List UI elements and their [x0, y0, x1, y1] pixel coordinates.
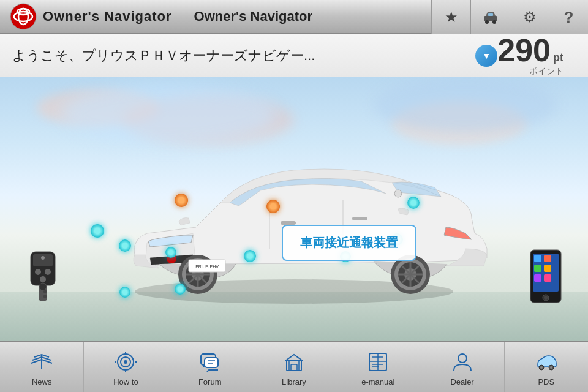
help-button[interactable]: ? [549, 0, 588, 34]
car-dot-wheel-left[interactable] [91, 224, 104, 238]
svg-rect-49 [544, 274, 551, 282]
app-title: Owner's Navigator [182, 9, 431, 24]
emanual-label: e-manual [361, 377, 394, 386]
svg-rect-64 [291, 364, 297, 371]
svg-point-36 [40, 276, 46, 282]
dealer-label: Dealer [450, 377, 473, 386]
welcome-dropdown-button[interactable] [475, 45, 497, 67]
points-label: ポイント [529, 66, 564, 77]
points-area: 290 pt ポイント [497, 34, 576, 77]
smartphone-svg [528, 249, 564, 304]
logo-area: Owner's Navigator [0, 3, 182, 30]
forum-label: Forum [198, 377, 222, 386]
svg-point-7 [492, 20, 496, 24]
settings-button[interactable]: ⚙ [510, 0, 549, 34]
svg-point-6 [485, 20, 489, 24]
svg-point-73 [458, 354, 467, 363]
svg-rect-40 [43, 295, 47, 298]
smartphone[interactable] [528, 249, 564, 304]
svg-point-41 [39, 283, 47, 290]
car-dot-front-wheel[interactable] [119, 287, 130, 298]
car-dot-front-bumper[interactable] [175, 284, 186, 295]
dealer-icon [451, 352, 473, 375]
car-dot-center[interactable] [244, 250, 256, 262]
tooltip-text: 車両接近通報装置 [300, 236, 398, 249]
car-dot-roof[interactable] [407, 197, 420, 209]
points-value: 290 [497, 34, 551, 66]
key-fob[interactable] [24, 249, 61, 304]
cloud-5 [374, 77, 557, 132]
emanual-icon [367, 352, 389, 375]
favorites-button[interactable]: ★ [431, 0, 470, 34]
svg-text:PRIUS PHV: PRIUS PHV [195, 265, 219, 269]
svg-point-37 [41, 256, 45, 260]
nav-item-dealer[interactable]: Dealer [420, 342, 504, 392]
car-dot-front-left[interactable] [165, 247, 176, 258]
svg-point-54 [124, 360, 127, 364]
car-image: PRIUS PHV [98, 126, 490, 310]
toyota-text: Owner's Navigator [43, 9, 172, 24]
points-unit: pt [553, 51, 564, 64]
nav-item-news[interactable]: News [0, 342, 84, 392]
news-icon [31, 352, 53, 375]
svg-rect-45 [544, 255, 551, 262]
svg-point-34 [35, 269, 41, 275]
svg-rect-8 [488, 13, 493, 16]
library-icon [283, 352, 305, 375]
svg-rect-44 [534, 255, 541, 262]
library-label: Library [282, 377, 306, 386]
key-fob-svg [24, 249, 61, 304]
howto-icon [115, 352, 137, 375]
svg-rect-39 [43, 290, 47, 293]
car-svg: PRIUS PHV [98, 126, 490, 310]
svg-point-77 [550, 366, 552, 369]
svg-rect-48 [534, 274, 541, 282]
nav-item-howto[interactable]: How to [84, 342, 168, 392]
svg-rect-46 [534, 265, 541, 272]
header-buttons: ★ ⚙ ? [431, 0, 588, 33]
nav-item-pds[interactable]: PDS [505, 342, 588, 392]
svg-point-31 [394, 190, 402, 197]
welcome-bar: ようこそ、プリウスＰＨＶオーナーズナビゲー... 290 pt ポイント [0, 34, 588, 77]
nav-item-emanual[interactable]: e-manual [336, 342, 420, 392]
car-dot-hood-right[interactable] [266, 200, 280, 213]
main-car-area: PRIUS PHV 車両接近通報装置 [0, 77, 588, 341]
news-label: News [32, 377, 52, 386]
svg-rect-60 [205, 358, 218, 368]
svg-point-51 [544, 296, 548, 300]
svg-rect-11 [352, 217, 368, 221]
svg-point-76 [540, 366, 543, 369]
car-button[interactable] [470, 0, 510, 34]
bottom-navigation: News How to [0, 341, 588, 392]
nav-item-library[interactable]: Library [252, 342, 336, 392]
pds-icon [535, 352, 557, 375]
pds-label: PDS [538, 377, 554, 386]
nav-item-forum[interactable]: Forum [168, 342, 252, 392]
toyota-logo [10, 3, 37, 30]
howto-label: How to [113, 377, 138, 386]
header: Owner's Navigator Owner's Navigator ★ ⚙ … [0, 0, 588, 34]
car-dot-door-left[interactable] [119, 239, 131, 252]
tooltip-box: 車両接近通報装置 [282, 225, 417, 261]
svg-point-35 [45, 269, 51, 275]
welcome-message: ようこそ、プリウスＰＨＶオーナーズナビゲー... [12, 47, 468, 65]
car-dot-hood-left[interactable] [175, 194, 188, 207]
forum-icon [199, 352, 221, 375]
svg-rect-47 [544, 265, 551, 272]
